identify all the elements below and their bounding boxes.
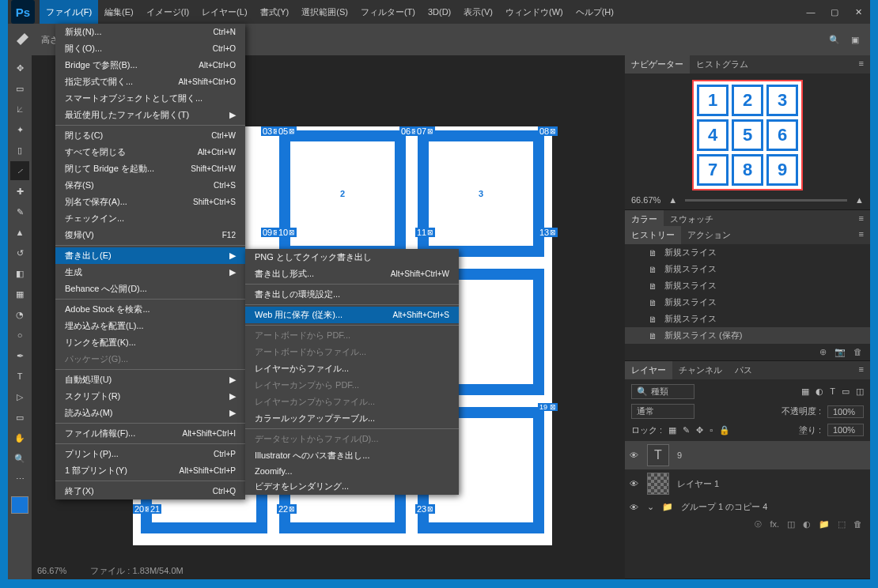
history-item[interactable]: 新規スライス: [664, 296, 717, 308]
move-tool-icon[interactable]: ✥: [10, 58, 29, 77]
menu-item[interactable]: ビデオをレンダリング...: [245, 478, 459, 495]
menu-item[interactable]: スマートオブジェクトとして開く...: [55, 90, 245, 107]
menu-item[interactable]: Web 用に保存 (従来)...Alt+Shift+Ctrl+S: [245, 307, 459, 323]
history-brush-icon[interactable]: ↺: [10, 243, 29, 262]
menu-item[interactable]: Adobe Stock を検索...: [55, 301, 245, 318]
menu-item[interactable]: 終了(X)Ctrl+Q: [55, 483, 245, 499]
zoom-slider[interactable]: [685, 199, 847, 202]
filter-shape-icon[interactable]: ▭: [842, 386, 850, 397]
lasso-tool-icon[interactable]: ⟀: [10, 100, 29, 119]
menu-edit[interactable]: 編集(E): [98, 0, 140, 24]
tab-history[interactable]: ヒストリー: [625, 226, 681, 244]
type-tool-icon[interactable]: T: [10, 367, 29, 386]
menu-item[interactable]: 閉じる(C)Ctrl+W: [55, 127, 245, 144]
export-submenu[interactable]: PNG としてクイック書き出し書き出し形式...Alt+Shift+Ctrl+W…: [245, 249, 459, 495]
filter-smart-icon[interactable]: ◫: [856, 386, 864, 397]
chevron-icon[interactable]: ⌄: [647, 502, 654, 512]
menu-item[interactable]: プリント(P)...Ctrl+P: [55, 446, 245, 462]
history-list[interactable]: 🗎新規スライス 🗎新規スライス 🗎新規スライス 🗎新規スライス 🗎新規スライス …: [625, 244, 870, 344]
menu-item[interactable]: 保存(S)Ctrl+S: [55, 177, 245, 194]
menu-item[interactable]: 閉じて Bridge を起動...Shift+Ctrl+W: [55, 160, 245, 177]
menu-item[interactable]: 1 部プリント(Y)Alt+Shift+Ctrl+P: [55, 462, 245, 479]
lock-pos-icon[interactable]: ✥: [696, 425, 703, 435]
stamp-tool-icon[interactable]: ▲: [10, 223, 29, 242]
tab-histogram[interactable]: ヒストグラム: [690, 55, 755, 74]
menu-item[interactable]: 指定形式で開く...Alt+Shift+Ctrl+O: [55, 74, 245, 90]
panel-menu-icon[interactable]: ≡: [853, 55, 870, 74]
menu-window[interactable]: ウィンドウ(W): [499, 0, 570, 24]
filter-type-icon[interactable]: T: [830, 386, 835, 397]
win-max-icon[interactable]: ▢: [823, 0, 846, 24]
layer-row[interactable]: 👁 T 9: [625, 441, 870, 469]
fx-icon[interactable]: fx.: [770, 519, 779, 530]
menu-item[interactable]: 新規(N)...Ctrl+N: [55, 24, 245, 40]
menu-item[interactable]: 読み込み(M)▶: [55, 405, 245, 421]
lock-all-icon[interactable]: 🔒: [719, 425, 730, 435]
fill-value[interactable]: 100%: [827, 424, 864, 436]
new-layer-icon[interactable]: ⬚: [838, 519, 846, 530]
layer-row[interactable]: 👁 ⌄ 📁 グループ 1 のコピー 4: [625, 498, 870, 516]
blur-tool-icon[interactable]: ◔: [10, 305, 29, 324]
menu-item[interactable]: Illustrator へのパス書き出し...: [245, 447, 459, 464]
shape-tool-icon[interactable]: ▭: [10, 408, 29, 427]
crop-tool-icon[interactable]: ▯: [10, 141, 29, 160]
navigator-thumb[interactable]: 1 2 3 4 5 6 7 8 9: [625, 74, 870, 194]
menu-item[interactable]: スクリプト(R)▶: [55, 388, 245, 405]
layer-name[interactable]: 9: [677, 450, 682, 460]
mask-icon[interactable]: ◫: [787, 519, 795, 530]
history-item[interactable]: 新規スライス: [664, 263, 717, 275]
marquee-tool-icon[interactable]: ▭: [10, 79, 29, 98]
screen-mode-icon[interactable]: ▣: [851, 35, 859, 45]
menu-type[interactable]: 書式(Y): [254, 0, 296, 24]
zoom-in-icon[interactable]: ▲: [855, 195, 864, 205]
menu-item[interactable]: 最近使用したファイルを開く(T)▶: [55, 107, 245, 123]
menu-item[interactable]: ファイル情報(F)...Alt+Shift+Ctrl+I: [55, 425, 245, 442]
lock-artboard-icon[interactable]: ▫: [710, 425, 713, 435]
tab-layers[interactable]: レイヤー: [625, 361, 672, 379]
history-item[interactable]: 新規スライス: [664, 280, 717, 292]
menu-item[interactable]: リンクを配置(K)...: [55, 334, 245, 351]
eye-icon[interactable]: 👁: [630, 479, 639, 488]
menu-item[interactable]: 開く(O)...Ctrl+O: [55, 40, 245, 57]
history-item[interactable]: 新規スライス: [664, 247, 717, 258]
menu-select[interactable]: 選択範囲(S): [295, 0, 354, 24]
tab-paths[interactable]: パス: [729, 361, 759, 379]
menu-item[interactable]: Bridge で参照(B)...Alt+Ctrl+O: [55, 57, 245, 74]
win-min-icon[interactable]: —: [799, 0, 823, 24]
layer-name[interactable]: レイヤー 1: [677, 478, 719, 490]
trash-icon[interactable]: 🗑: [853, 347, 862, 357]
filter-pixel-icon[interactable]: ▦: [801, 386, 809, 397]
menu-item[interactable]: 埋め込みを配置(L)...: [55, 318, 245, 334]
blend-mode-select[interactable]: 通常: [631, 404, 694, 419]
fg-color-swatch[interactable]: [11, 496, 28, 514]
eraser-tool-icon[interactable]: ◧: [10, 264, 29, 283]
search-icon[interactable]: 🔍: [829, 35, 840, 45]
menu-3d[interactable]: 3D(D): [422, 0, 457, 24]
menu-item[interactable]: Behance へ公開(D)...: [55, 281, 245, 297]
status-file[interactable]: ファイル : 1.83M/54.0M: [90, 565, 183, 577]
link-icon[interactable]: ⦾: [755, 519, 762, 530]
tab-action[interactable]: アクション: [681, 226, 737, 244]
menu-view[interactable]: 表示(V): [457, 0, 499, 24]
adjustment-icon[interactable]: ◐: [803, 519, 811, 530]
menu-item[interactable]: PNG としてクイック書き出し: [245, 249, 459, 266]
tab-channels[interactable]: チャンネル: [672, 361, 729, 379]
history-item[interactable]: 新規スライス (保存): [664, 330, 742, 341]
menu-item[interactable]: 自動処理(U)▶: [55, 371, 245, 388]
menu-help[interactable]: ヘルプ(H): [570, 0, 620, 24]
heal-tool-icon[interactable]: ✚: [10, 182, 29, 201]
lock-paint-icon[interactable]: ✎: [683, 425, 690, 435]
menu-item[interactable]: 生成▶: [55, 264, 245, 281]
dodge-tool-icon[interactable]: ○: [10, 326, 29, 345]
win-close-icon[interactable]: ✕: [846, 0, 870, 24]
pen-tool-icon[interactable]: ✒: [10, 346, 29, 365]
menu-file[interactable]: ファイル(F): [40, 0, 98, 24]
gradient-tool-icon[interactable]: ▦: [10, 285, 29, 303]
path-select-icon[interactable]: ▷: [10, 387, 29, 406]
opacity-value[interactable]: 100%: [827, 405, 864, 418]
brush-tool-icon[interactable]: ✎: [10, 202, 29, 221]
group-icon[interactable]: 📁: [819, 519, 830, 530]
layer-list[interactable]: 👁 T 9 👁 レイヤー 1 👁 ⌄ 📁 グループ 1 のコピー 4: [625, 441, 870, 516]
eyedropper-tool-icon[interactable]: ⟋: [10, 161, 29, 180]
history-item[interactable]: 新規スライス: [664, 313, 717, 325]
